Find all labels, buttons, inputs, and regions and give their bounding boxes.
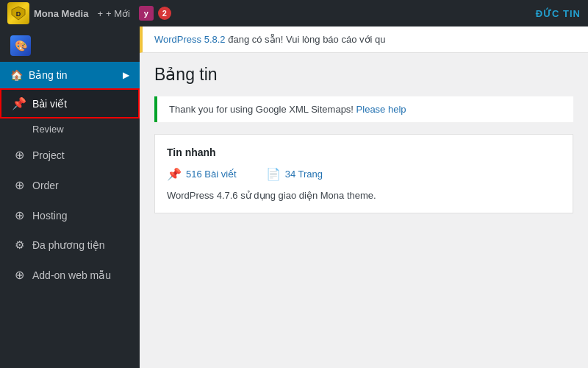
google-notice-text: Thank you for using Google XML Sitemaps!	[169, 104, 356, 115]
tin-nhanh-box: Tin nhanh 📌 516 Bài viết 📄 34 Trang Word…	[154, 134, 573, 213]
tin-nhanh-title: Tin nhanh	[167, 146, 561, 158]
sidebar-label-hosting: Hosting	[32, 210, 67, 222]
user-info: ĐỨC TIN	[533, 8, 581, 19]
page-stat-icon: 📄	[266, 167, 281, 181]
tin-nhanh-description: WordPress 4.7.6 sử dụng giao diện Mona t…	[167, 190, 561, 201]
palette-icon: 🎨	[15, 40, 27, 52]
sidebar-site-header: 🎨	[0, 26, 140, 62]
svg-text:D: D	[16, 10, 21, 18]
sidebar-label-bai-viet: Bài viết	[32, 98, 67, 110]
addon-icon: ⊕	[12, 268, 26, 282]
tin-nhanh-stats: 📌 516 Bài viết 📄 34 Trang	[167, 167, 561, 181]
sidebar-label-media: Đa phương tiện	[32, 239, 105, 251]
trang-stat[interactable]: 📄 34 Trang	[266, 167, 323, 181]
update-notice-text: đang có sẵn! Vui lòng báo cáo với qu	[226, 34, 386, 45]
chevron-icon: ▶	[123, 70, 129, 80]
review-label: Review	[32, 124, 64, 135]
sidebar-item-addon[interactable]: ⊕ Add-on web mẫu	[0, 260, 140, 290]
order-icon: ⊕	[12, 178, 26, 192]
dashboard-main: Bảng tin Thank you for using Google XML …	[140, 53, 588, 225]
notification-badge: 2	[158, 7, 171, 20]
sidebar-label-addon: Add-on web mẫu	[32, 269, 111, 281]
sidebar-label-project: Project	[32, 149, 65, 161]
sidebar-logo: 🎨	[10, 35, 31, 56]
yoast-icon: y	[139, 6, 154, 21]
bang-tin-label: Bảng tin	[29, 69, 68, 81]
sidebar-item-media[interactable]: ⚙ Đa phương tiện	[0, 230, 140, 260]
sidebar-item-project[interactable]: ⊕ Project	[0, 140, 140, 170]
bai-viet-stat[interactable]: 📌 516 Bài viết	[167, 167, 237, 181]
sidebar-item-order[interactable]: ⊕ Order	[0, 170, 140, 200]
sidebar-item-review[interactable]: Review	[0, 118, 140, 140]
yoast-button[interactable]: y 2	[139, 6, 171, 21]
thumbtack-stat-icon: 📌	[167, 167, 182, 181]
logo-icon: D	[7, 2, 29, 24]
new-content-button[interactable]: + + Mới	[97, 8, 130, 19]
sidebar-item-bai-viet[interactable]: 📌 Bài viết	[0, 88, 140, 118]
site-logo[interactable]: D Mona Media	[7, 2, 88, 24]
main-layout: 🎨 🏠 Bảng tin ▶ 📌 Bài viết Review ⊕ Proje…	[0, 26, 588, 368]
hosting-icon: ⊕	[12, 208, 26, 222]
site-name: Mona Media	[34, 8, 88, 19]
sidebar-item-bang-tin[interactable]: 🏠 Bảng tin ▶	[0, 62, 140, 88]
thumbtack-icon: 📌	[12, 96, 26, 110]
page-title: Bảng tin	[154, 65, 573, 85]
wp-update-link[interactable]: WordPress 5.8.2	[154, 34, 226, 45]
update-notice: WordPress 5.8.2 đang có sẵn! Vui lòng bá…	[140, 26, 588, 53]
sidebar-item-hosting[interactable]: ⊕ Hosting	[0, 200, 140, 230]
please-help-link[interactable]: Please help	[356, 104, 406, 115]
trang-count: 34 Trang	[285, 169, 323, 180]
main-content-area: WordPress 5.8.2 đang có sẵn! Vui lòng bá…	[140, 26, 588, 368]
project-icon: ⊕	[12, 148, 26, 162]
plus-icon: +	[97, 8, 103, 19]
admin-bar: D Mona Media + + Mới y 2 ĐỨC TIN	[0, 0, 588, 26]
dashboard-icon: 🏠	[10, 69, 23, 81]
sidebar: 🎨 🏠 Bảng tin ▶ 📌 Bài viết Review ⊕ Proje…	[0, 26, 140, 368]
user-name: ĐỨC TIN	[536, 8, 581, 19]
bai-viet-count: 516 Bài viết	[186, 169, 237, 180]
sidebar-label-order: Order	[32, 180, 59, 191]
google-sitemaps-notice: Thank you for using Google XML Sitemaps!…	[154, 96, 573, 122]
media-icon: ⚙	[12, 238, 26, 252]
